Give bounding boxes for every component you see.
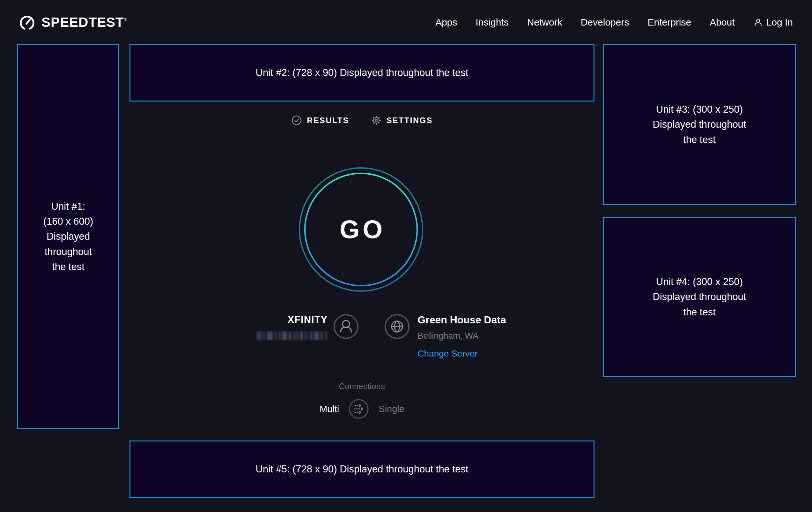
ad-unit-3[interactable]: Unit #3: (300 x 250) Displayed throughou… [603,44,796,205]
brand-name: SPEEDTEST® [41,15,127,30]
server-name: Green House Data [417,314,506,326]
go-label: GO [298,167,424,292]
ad-unit-1[interactable]: Unit #1: (160 x 600) Displayed throughou… [17,44,119,429]
multi-arrows-icon [349,399,369,419]
ad-unit-4-label: Unit #4: (300 x 250) Displayed throughou… [653,274,746,319]
server-globe-badge [384,314,410,339]
go-button[interactable]: GO [298,167,424,292]
results-settings-tabs: RESULTS SETTINGS [129,115,594,126]
connections-multi-option[interactable]: Multi [320,404,339,414]
server-block: Green House Data Bellingham, WA Change S… [417,314,506,359]
isp-name: XFINITY [257,314,327,326]
server-location: Bellingham, WA [417,331,506,341]
connections-toggle[interactable] [349,399,369,419]
globe-icon [384,314,410,339]
nav-item-enterprise[interactable]: Enterprise [647,17,691,28]
speedtest-logo[interactable]: SPEEDTEST® [18,13,127,32]
ad-unit-5[interactable]: Unit #5: (728 x 90) Displayed throughout… [129,440,594,498]
nav-item-about[interactable]: About [709,17,734,28]
ad-unit-1-label: Unit #1: (160 x 600) Displayed throughou… [44,199,93,274]
nav-item-insights[interactable]: Insights [475,17,509,28]
tab-settings[interactable]: SETTINGS [371,115,433,126]
connections-label: Connections [129,382,594,391]
change-server-link[interactable]: Change Server [417,349,506,359]
tab-settings-label: SETTINGS [386,116,433,125]
trademark-symbol: ® [124,17,127,22]
login-button[interactable]: Log In [753,17,793,28]
gear-icon [371,115,382,126]
check-circle-icon [291,115,302,126]
tab-results-label: RESULTS [307,116,349,125]
speedtest-page: { "header": { "brand": "SPEEDTEST", "tra… [0,0,812,512]
isp-avatar-badge [333,314,359,339]
avatar-icon [333,314,359,339]
ad-unit-2[interactable]: Unit #2: (728 x 90) Displayed throughout… [129,44,594,102]
isp-block: XFINITY [257,314,327,340]
main-nav: Apps Insights Network Developers Enterpr… [435,17,793,28]
speedometer-icon [18,13,36,32]
nav-item-apps[interactable]: Apps [435,17,457,28]
nav-item-developers[interactable]: Developers [581,17,629,28]
ad-unit-2-label: Unit #2: (728 x 90) Displayed throughout… [256,65,468,80]
top-nav: SPEEDTEST® Apps Insights Network Develop… [0,0,812,45]
ad-unit-4[interactable]: Unit #4: (300 x 250) Displayed throughou… [603,217,796,377]
connections-single-option[interactable]: Single [379,404,404,414]
tab-results[interactable]: RESULTS [291,115,349,126]
ad-unit-5-label: Unit #5: (728 x 90) Displayed throughout… [256,462,468,477]
connection-info-row: XFINITY Green House Data Bellingham, WA … [129,309,594,359]
connections-section: Connections Multi Single [129,382,594,419]
connections-toggle-row: Multi Single [129,399,594,419]
redacted-ip [257,331,327,340]
user-icon [753,18,763,27]
nav-item-network[interactable]: Network [527,17,562,28]
ad-unit-3-label: Unit #3: (300 x 250) Displayed throughou… [653,102,746,147]
